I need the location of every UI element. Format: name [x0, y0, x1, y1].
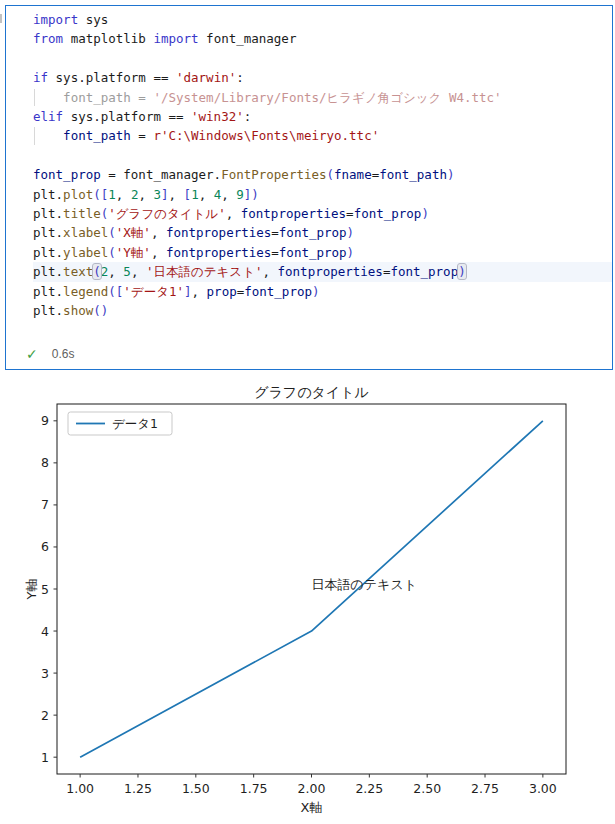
code-line[interactable]: if sys.platform == 'darwin': [33, 68, 612, 87]
code-line[interactable] [33, 146, 612, 165]
x-tick-label: 1.50 [182, 781, 210, 796]
success-check-icon: ✓ [26, 346, 38, 362]
code-line[interactable]: font_path = r'C:\Windows\Fonts\meiryo.tt… [33, 126, 612, 145]
execution-time: 0.6s [52, 347, 75, 361]
y-tick-label: 7 [41, 497, 49, 512]
y-tick-label: 2 [41, 708, 49, 723]
x-tick-label: 2.25 [355, 781, 383, 796]
code-line[interactable]: font_prop = font_manager.FontProperties(… [33, 165, 612, 184]
y-tick-label: 1 [41, 750, 49, 765]
x-tick-label: 1.25 [124, 781, 152, 796]
plot-output: グラフのタイトル1.001.251.501.752.002.252.502.75… [0, 372, 615, 824]
code-line[interactable]: plt.show() [33, 301, 612, 320]
x-axis-label: X軸 [301, 800, 323, 815]
code-line[interactable]: plt.legend(['データ1'], prop=font_prop) [33, 282, 612, 301]
legend-label: データ1 [112, 416, 158, 431]
annotation-text: 日本語のテキスト [312, 577, 418, 592]
y-tick-label: 6 [41, 539, 49, 554]
matplotlib-figure: グラフのタイトル1.001.251.501.752.002.252.502.75… [0, 372, 615, 824]
y-tick-label: 8 [41, 455, 49, 470]
code-editor[interactable]: import sysfrom matplotlib import font_ma… [6, 6, 612, 321]
indent-guide [34, 89, 35, 106]
x-tick-label: 2.00 [298, 781, 326, 796]
x-tick-label: 1.75 [240, 781, 268, 796]
y-tick-label: 4 [41, 624, 49, 639]
code-line[interactable]: font_path = '/System/Library/Fonts/ヒラギノ角… [33, 88, 612, 107]
y-tick-label: 3 [41, 666, 49, 681]
x-tick-label: 2.50 [413, 781, 441, 796]
y-tick-label: 5 [41, 582, 49, 597]
chart-title: グラフのタイトル [254, 384, 369, 400]
code-line[interactable]: plt.text(2, 5, '日本語のテキスト', fontpropertie… [33, 262, 612, 281]
indent-guide [34, 127, 35, 144]
execution-status: ✓ 0.6s [26, 346, 74, 362]
code-line[interactable]: plt.xlabel('X軸', fontproperties=font_pro… [33, 223, 612, 242]
y-axis-label: Y軸 [24, 579, 39, 601]
code-line[interactable] [33, 49, 612, 68]
code-line[interactable]: plt.plot([1, 2, 3], [1, 4, 9]) [33, 185, 612, 204]
x-tick-label: 1.00 [66, 781, 94, 796]
notebook-cell[interactable]: import sysfrom matplotlib import font_ma… [5, 5, 613, 370]
code-line[interactable]: import sys [33, 10, 612, 29]
y-tick-label: 9 [41, 413, 49, 428]
x-tick-label: 2.75 [471, 781, 499, 796]
code-line[interactable]: plt.ylabel('Y軸', fontproperties=font_pro… [33, 243, 612, 262]
cell-gutter-tick [0, 14, 2, 23]
x-tick-label: 3.00 [529, 781, 557, 796]
code-line[interactable]: plt.title('グラフのタイトル', fontproperties=fon… [33, 204, 612, 223]
code-line[interactable]: elif sys.platform == 'win32': [33, 107, 612, 126]
code-line[interactable]: from matplotlib import font_manager [33, 29, 612, 48]
